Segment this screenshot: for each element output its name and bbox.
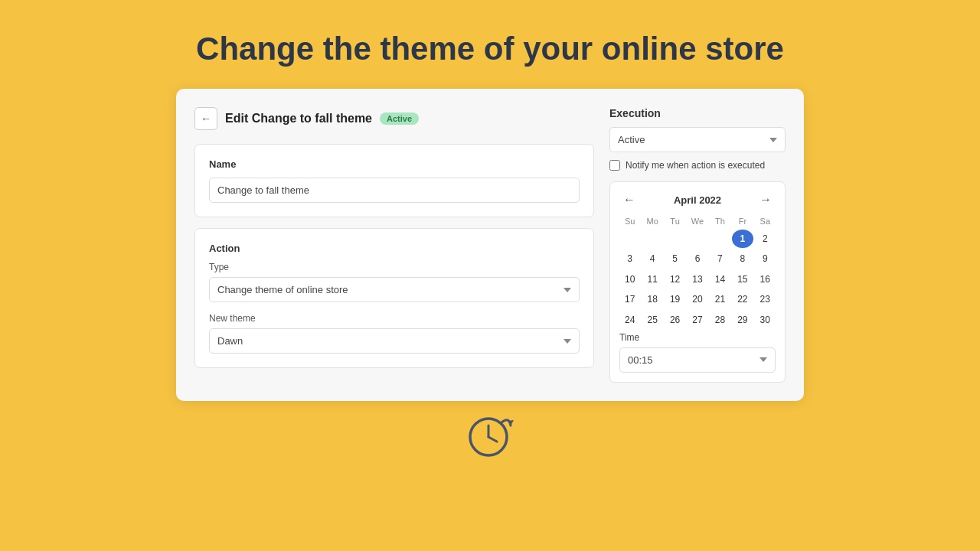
calendar-day[interactable]: 9 [755,249,776,268]
type-label: Type [209,262,580,272]
calendar-day[interactable]: 12 [665,270,685,289]
cal-day-header: Su [619,214,640,228]
execution-title: Execution [609,107,786,119]
svg-marker-3 [508,420,514,425]
cal-day-header: Sa [755,214,776,228]
notify-row: Notify me when action is executed [609,160,786,171]
calendar-day[interactable]: 30 [755,311,776,329]
calendar-day[interactable]: 28 [710,311,730,329]
page-title: Change the theme of your online store [196,31,784,67]
calendar-day[interactable]: 17 [619,290,640,308]
calendar-prev-button[interactable]: ← [619,191,639,208]
new-theme-label: New theme [209,313,580,324]
calendar-day[interactable]: 14 [710,270,730,289]
calendar-day[interactable]: 10 [619,270,640,289]
calendar-day[interactable]: 11 [642,270,662,289]
back-button[interactable]: ← [194,107,217,130]
name-input[interactable] [209,178,580,203]
calendar-day[interactable]: 20 [687,290,707,308]
main-card: ← Edit Change to fall theme Active Name … [176,89,804,401]
calendar-day[interactable]: 2 [755,230,776,248]
calendar-day[interactable]: 24 [619,311,640,329]
calendar-day[interactable]: 13 [687,270,707,289]
calendar-day[interactable]: 5 [665,249,685,268]
cal-day-header: Fr [732,214,753,228]
header-row: ← Edit Change to fall theme Active [194,107,594,130]
calendar-day[interactable]: 7 [710,249,730,268]
execution-status-select[interactable]: Active [609,127,786,152]
time-select[interactable]: 00:15 [619,347,776,373]
cal-day-header: Tu [665,214,685,228]
calendar-grid: SuMoTuWeThFrSa12345678910111213141516171… [619,214,776,329]
calendar-day[interactable]: 26 [665,311,685,329]
active-badge: Active [380,112,419,125]
calendar-day[interactable]: 16 [755,270,776,289]
calendar-day[interactable]: 4 [642,249,662,268]
cal-day-header: Th [710,214,730,228]
calendar-day[interactable]: 23 [755,290,776,308]
calendar-day[interactable]: 22 [732,290,753,308]
execution-section: Execution Active Notify me when action i… [609,107,786,171]
back-arrow-icon: ← [201,112,211,125]
action-section: Action Type Change theme of online store… [194,228,594,368]
right-panel: Execution Active Notify me when action i… [609,107,786,383]
edit-title-text: Edit Change to fall theme [225,112,372,126]
new-theme-field-group: New theme Dawn [209,313,580,354]
calendar-day[interactable]: 27 [687,311,707,329]
action-label: Action [209,243,580,254]
calendar-day[interactable]: 3 [619,249,640,268]
name-section: Name [194,144,594,217]
calendar: ← April 2022 → SuMoTuWeThFrSa12345678910… [609,181,786,383]
calendar-header: ← April 2022 → [619,191,776,208]
time-label: Time [619,332,776,343]
name-label: Name [209,158,580,170]
notify-label: Notify me when action is executed [626,160,765,171]
calendar-month-label: April 2022 [674,194,721,206]
clock-icon-wrapper [463,409,517,462]
type-field-group: Type Change theme of online store [209,262,580,302]
calendar-day[interactable]: 21 [710,290,730,308]
calendar-next-button[interactable]: → [756,191,776,208]
calendar-day[interactable]: 25 [642,311,662,329]
calendar-day[interactable]: 1 [732,230,753,248]
type-select[interactable]: Change theme of online store [209,277,580,302]
new-theme-select[interactable]: Dawn [209,328,580,354]
cal-day-header: We [687,214,707,228]
notify-checkbox[interactable] [609,160,620,171]
clock-icon [463,409,517,462]
time-section: Time 00:15 [619,332,776,373]
calendar-day[interactable]: 19 [665,290,685,308]
cal-day-header: Mo [642,214,662,228]
left-panel: ← Edit Change to fall theme Active Name … [194,107,594,383]
calendar-day[interactable]: 18 [642,290,662,308]
svg-line-2 [488,437,497,442]
calendar-day[interactable]: 15 [732,270,753,289]
calendar-day[interactable]: 8 [732,249,753,268]
calendar-day[interactable]: 29 [732,311,753,329]
calendar-day[interactable]: 6 [687,249,707,268]
